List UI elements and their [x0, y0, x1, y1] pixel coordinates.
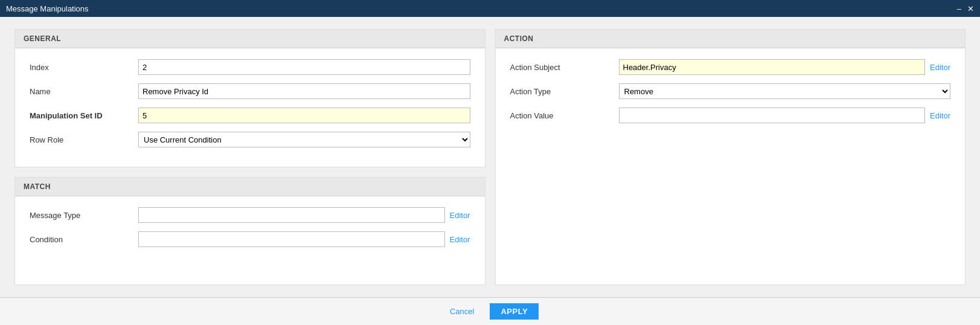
match-panel-header: MATCH [15, 178, 485, 196]
message-type-label: Message Type [30, 211, 138, 220]
row-role-label: Row Role [30, 135, 138, 144]
manipulation-set-id-input[interactable] [138, 108, 470, 123]
action-subject-label: Action Subject [510, 63, 619, 72]
action-value-editor-link[interactable]: Editor [930, 111, 950, 120]
titlebar: Message Manipulations – ✕ [0, 0, 980, 17]
action-type-label: Action Type [510, 87, 619, 96]
minimize-button[interactable]: – [957, 5, 961, 13]
action-type-row: Action Type Remove Add Modify Set [510, 83, 951, 99]
close-button[interactable]: ✕ [967, 5, 974, 13]
name-label: Name [30, 87, 138, 96]
general-panel-body: Index Name Manipulation Set ID Row Role [15, 48, 485, 167]
action-value-input[interactable] [619, 108, 926, 123]
action-subject-row: Action Subject Editor [510, 59, 951, 75]
match-panel: MATCH Message Type Editor Condition Edit… [14, 177, 485, 285]
message-type-input[interactable] [138, 207, 445, 223]
condition-input[interactable] [138, 231, 445, 247]
general-panel-header: GENERAL [15, 30, 485, 48]
action-panel-header: ACTION [496, 30, 966, 48]
action-subject-input[interactable] [619, 59, 926, 75]
condition-editor-link[interactable]: Editor [450, 235, 470, 244]
main-content: GENERAL Index Name Manipulation Set ID [0, 17, 980, 297]
row-role-row: Row Role Use Current Condition Always Ne… [30, 132, 470, 147]
message-type-row: Message Type Editor [30, 207, 470, 223]
action-value-label: Action Value [510, 111, 619, 120]
condition-row: Condition Editor [30, 231, 470, 247]
apply-button[interactable]: APPLY [490, 303, 539, 320]
cancel-button[interactable]: Cancel [441, 303, 482, 320]
message-type-editor-link[interactable]: Editor [450, 211, 470, 220]
action-value-row: Action Value Editor [510, 108, 951, 123]
name-input[interactable] [138, 83, 470, 99]
match-panel-body: Message Type Editor Condition Editor [15, 196, 485, 266]
action-subject-editor-link[interactable]: Editor [930, 63, 950, 72]
row-role-select[interactable]: Use Current Condition Always Never [138, 132, 470, 147]
action-panel-body: Action Subject Editor Action Type Remove… [496, 48, 966, 143]
manipulation-set-id-row: Manipulation Set ID [30, 108, 470, 123]
action-panel: ACTION Action Subject Editor Action Type… [495, 29, 966, 285]
name-row: Name [30, 83, 470, 99]
general-panel: GENERAL Index Name Manipulation Set ID [14, 29, 485, 167]
condition-label: Condition [30, 235, 138, 244]
footer: Cancel APPLY [0, 297, 980, 325]
index-input[interactable] [138, 59, 470, 75]
index-label: Index [30, 63, 138, 72]
titlebar-controls: – ✕ [957, 5, 974, 13]
action-type-select[interactable]: Remove Add Modify Set [619, 83, 951, 99]
index-row: Index [30, 59, 470, 75]
manipulation-set-id-label: Manipulation Set ID [30, 111, 138, 120]
titlebar-title: Message Manipulations [6, 4, 89, 13]
